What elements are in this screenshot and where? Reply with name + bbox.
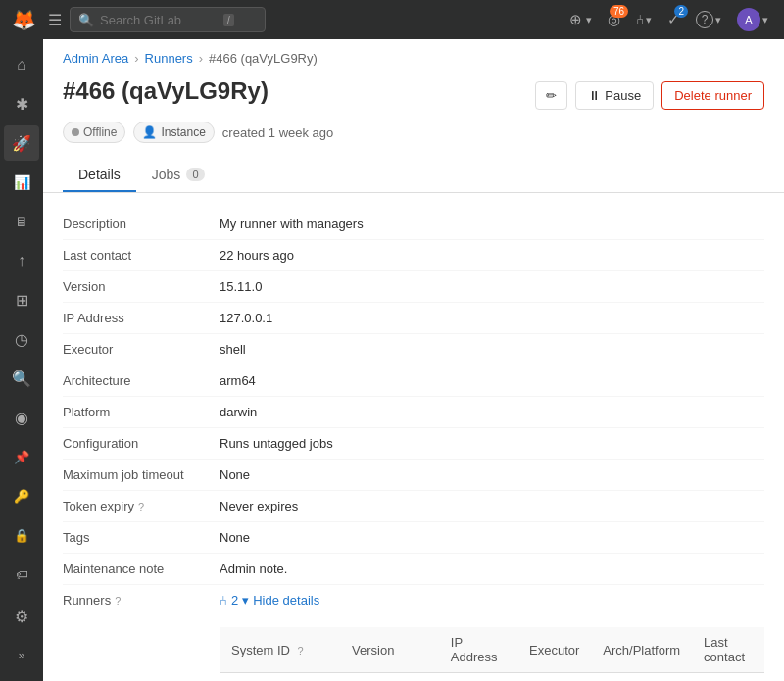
detail-value-version: 15.11.0 bbox=[220, 279, 262, 294]
detail-value-tags: None bbox=[220, 530, 250, 545]
runners-help-icon[interactable]: ? bbox=[115, 595, 121, 607]
col-version: Version bbox=[340, 627, 439, 673]
merge-icon: ⑃ bbox=[636, 12, 644, 27]
gitlab-logo-icon: 🦊 bbox=[12, 8, 36, 31]
tab-details[interactable]: Details bbox=[63, 159, 136, 192]
avatar: A bbox=[737, 8, 760, 31]
detail-label-config: Configuration bbox=[63, 436, 220, 451]
detail-row-ip: IP Address 127.0.0.1 bbox=[63, 303, 764, 334]
hamburger-menu-icon[interactable]: ☰ bbox=[48, 11, 62, 29]
detail-row-platform: Platform darwin bbox=[63, 397, 764, 428]
col-arch: Arch/Platform bbox=[591, 627, 692, 673]
cell-executor: shell bbox=[517, 673, 591, 682]
breadcrumb-separator-1: › bbox=[134, 51, 138, 66]
key-icon[interactable]: 🔑 bbox=[4, 478, 39, 513]
tab-jobs-count: 0 bbox=[186, 168, 204, 181]
tag-icon[interactable]: 🏷 bbox=[4, 557, 39, 592]
runners-toggle-label: Hide details bbox=[253, 593, 319, 608]
detail-value-description: My runner with managers bbox=[220, 217, 364, 231]
clock-icon[interactable]: ◷ bbox=[4, 321, 39, 357]
detail-row-tags: Tags None bbox=[63, 522, 764, 554]
breadcrumb-runners[interactable]: Runners bbox=[145, 51, 193, 66]
detail-value-config: Runs untagged jobs bbox=[220, 436, 333, 451]
top-navigation: 🦊 ☰ 🔍 / ⊕ ▾ ◎ 76 ⑃ ▾ ✓ 2 ? ▾ A ▾ bbox=[0, 0, 784, 39]
user-menu-button[interactable]: A ▾ bbox=[733, 4, 772, 35]
detail-value-arch: arm64 bbox=[220, 373, 256, 388]
detail-label-tags: Tags bbox=[63, 530, 220, 545]
search2-icon[interactable]: 🔍 bbox=[4, 361, 39, 396]
table-row: s_42e5c6e1e0c2 15.11.0 (436955cb) 127.0.… bbox=[220, 673, 764, 682]
detail-label-ip: IP Address bbox=[63, 311, 220, 325]
collapse-sidebar-button[interactable]: » bbox=[4, 638, 39, 673]
main-content: Admin Area › Runners › #466 (qaVyLG9Ry) … bbox=[43, 39, 784, 681]
pause-button[interactable]: ⏸ Pause bbox=[575, 81, 654, 110]
col-ip: IP Address bbox=[439, 627, 517, 673]
lock-icon[interactable]: 🔒 bbox=[4, 517, 39, 553]
detail-row-runners: Runners ? ⑃ 2 ▾ Hide details bbox=[63, 585, 764, 681]
instance-icon: 👤 bbox=[142, 125, 157, 139]
rocket-icon[interactable]: 🚀 bbox=[4, 125, 39, 161]
runners-table-section: System ID ? Version IP Address Executor … bbox=[220, 615, 764, 681]
detail-value-max-timeout: None bbox=[220, 467, 250, 482]
upload-icon[interactable]: ↑ bbox=[4, 243, 39, 278]
graph-icon[interactable]: 📊 bbox=[4, 165, 39, 200]
help-button[interactable]: ? ▾ bbox=[692, 7, 725, 32]
detail-row-version: Version 15.11.0 bbox=[63, 271, 764, 303]
system-id-help-icon[interactable]: ? bbox=[298, 645, 304, 657]
details-section: Description My runner with managers Last… bbox=[43, 193, 784, 681]
detail-label-max-timeout: Maximum job timeout bbox=[63, 467, 220, 482]
header-actions: ✏ ⏸ Pause Delete runner bbox=[535, 81, 764, 110]
breadcrumb-separator-2: › bbox=[199, 51, 203, 66]
detail-row-last-contact: Last contact 22 hours ago bbox=[63, 240, 764, 271]
merge-requests-button[interactable]: ⑃ ▾ bbox=[632, 8, 656, 31]
cell-ip: 127.0.0.1 bbox=[439, 673, 517, 682]
detail-label-last-contact: Last contact bbox=[63, 248, 220, 263]
edit-button[interactable]: ✏ bbox=[535, 81, 567, 110]
breadcrumb-current: #466 (qaVyLG9Ry) bbox=[209, 51, 318, 66]
asterisk-icon[interactable]: ✱ bbox=[4, 86, 39, 122]
map-icon[interactable]: ◉ bbox=[4, 400, 39, 435]
detail-label-token-expiry: Token expiry ? bbox=[63, 499, 220, 513]
todos-count-badge: 2 bbox=[674, 5, 688, 18]
todos-button[interactable]: ✓ 2 bbox=[663, 7, 684, 32]
page-header: #466 (qaVyLG9Ry) ✏ ⏸ Pause Delete runner bbox=[43, 73, 784, 122]
detail-value-last-contact: 22 hours ago bbox=[220, 248, 294, 263]
detail-value-ip: 127.0.0.1 bbox=[220, 311, 272, 325]
runners-toggle-button[interactable]: ⑃ 2 ▾ Hide details bbox=[220, 593, 319, 608]
breadcrumb: Admin Area › Runners › #466 (qaVyLG9Ry) bbox=[43, 39, 784, 73]
delete-runner-button[interactable]: Delete runner bbox=[662, 81, 764, 110]
grid-icon[interactable]: ⊞ bbox=[4, 282, 39, 317]
detail-row-arch: Architecture arm64 bbox=[63, 365, 764, 397]
detail-value-executor: shell bbox=[220, 342, 246, 357]
home-icon[interactable]: ⌂ bbox=[4, 47, 39, 82]
page-title: #466 (qaVyLG9Ry) bbox=[63, 77, 269, 105]
runners-table: System ID ? Version IP Address Executor … bbox=[220, 627, 764, 681]
col-executor: Executor bbox=[517, 627, 591, 673]
detail-label-version: Version bbox=[63, 279, 220, 294]
monitor-icon[interactable]: 🖥 bbox=[4, 204, 39, 239]
issues-count-badge: 76 bbox=[610, 5, 628, 18]
create-new-button[interactable]: ⊕ ▾ bbox=[565, 7, 596, 32]
token-expiry-help-icon[interactable]: ? bbox=[138, 501, 144, 512]
runners-expand-area: ⑃ 2 ▾ Hide details bbox=[220, 593, 319, 608]
detail-row-description: Description My runner with managers bbox=[63, 209, 764, 240]
tab-jobs-label: Jobs bbox=[152, 167, 181, 182]
detail-row-token-expiry: Token expiry ? Never expires bbox=[63, 491, 764, 522]
settings-icon[interactable]: ⚙ bbox=[4, 599, 39, 634]
cell-last-contact: 22 hours ago bbox=[692, 673, 764, 682]
search-input[interactable] bbox=[100, 13, 218, 27]
global-search-bar[interactable]: 🔍 / bbox=[70, 7, 266, 32]
search-icon: 🔍 bbox=[78, 13, 94, 27]
detail-value-token-expiry: Never expires bbox=[220, 499, 298, 513]
cell-version: 15.11.0 (436955cb) bbox=[340, 673, 439, 682]
detail-label-maintenance: Maintenance note bbox=[63, 561, 220, 576]
pin-icon[interactable]: 📌 bbox=[4, 439, 39, 474]
tab-details-label: Details bbox=[78, 167, 121, 182]
pause-icon: ⏸ bbox=[588, 88, 601, 103]
runners-expand-icon: ⑃ bbox=[220, 593, 227, 608]
detail-label-runners: Runners ? bbox=[63, 593, 220, 608]
tab-jobs[interactable]: Jobs 0 bbox=[136, 159, 220, 192]
runners-count: 2 bbox=[231, 593, 238, 608]
issues-button[interactable]: ◎ 76 bbox=[604, 7, 624, 32]
breadcrumb-admin-area[interactable]: Admin Area bbox=[63, 51, 128, 66]
